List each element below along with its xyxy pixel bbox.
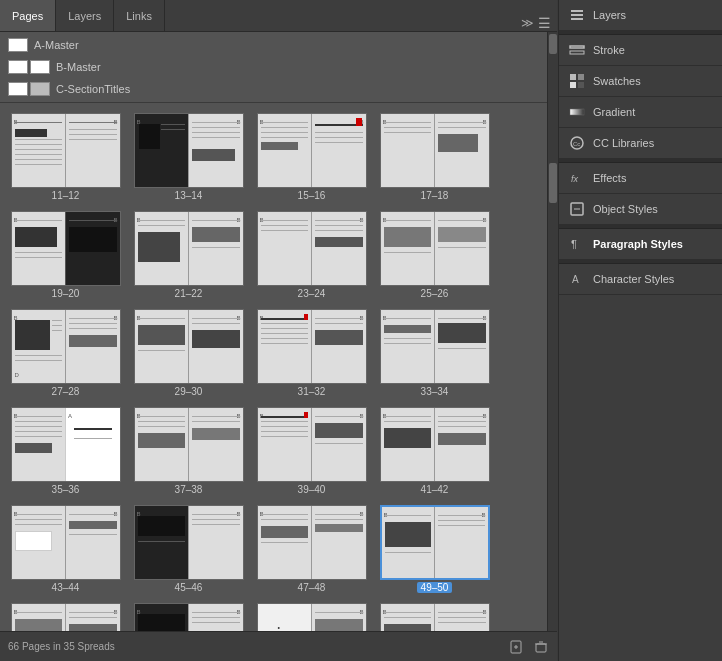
page-spread-25-26[interactable]: B B	[377, 211, 492, 299]
svg-rect-10	[570, 51, 584, 54]
page-spread-43-44[interactable]: B B	[8, 505, 123, 593]
cc-libraries-icon: Cc	[569, 135, 585, 151]
svg-text:¶: ¶	[571, 238, 577, 250]
tabs-bar: Pages Layers Links ≫ ☰	[0, 0, 557, 32]
master-a-thumb	[8, 38, 28, 52]
panel-item-character-styles[interactable]: A Character Styles	[559, 264, 722, 295]
page-spread-41-42[interactable]: B B	[377, 407, 492, 495]
panel-item-swatches[interactable]: Swatches	[559, 66, 722, 97]
svg-rect-14	[578, 82, 584, 88]
page-spread-39-40[interactable]: B B	[254, 407, 369, 495]
panel-item-object-styles[interactable]: Object Styles	[559, 194, 722, 225]
gradient-label: Gradient	[593, 106, 635, 118]
page-spread-33-34[interactable]: B B	[377, 309, 492, 397]
pages-scrollbar[interactable]	[547, 103, 557, 631]
panel-item-effects[interactable]: fx Effects	[559, 163, 722, 194]
page-spread-47-48[interactable]: B B	[254, 505, 369, 593]
page-spread-51-52[interactable]: B B	[8, 603, 123, 631]
object-styles-label: Object Styles	[593, 203, 658, 215]
page-spread-19-20[interactable]: B B	[8, 211, 123, 299]
pages-grid: B B	[4, 109, 543, 631]
paragraph-styles-label: Paragraph Styles	[593, 238, 683, 250]
page-spread-27-28[interactable]: B D B	[8, 309, 123, 397]
panel-item-cc-libraries[interactable]: Cc CC Libraries	[559, 128, 722, 159]
tab-pages[interactable]: Pages	[0, 0, 56, 31]
master-b[interactable]: B-Master	[8, 58, 539, 76]
tab-links[interactable]: Links	[114, 0, 165, 31]
svg-rect-7	[571, 14, 583, 16]
page-spread-35-36[interactable]: B A	[8, 407, 123, 495]
page-spread-53-54[interactable]: B B 53–54	[131, 603, 246, 631]
page-spread-31-32[interactable]: B B	[254, 309, 369, 397]
gradient-icon	[569, 104, 585, 120]
page-spread-17-18[interactable]: B B	[377, 113, 492, 201]
pages-scroll-area[interactable]: B B	[0, 103, 547, 631]
layers-icon	[569, 7, 585, 23]
svg-text:A: A	[572, 274, 579, 285]
panel-item-paragraph-styles[interactable]: ¶ Paragraph Styles	[559, 229, 722, 260]
page-spread-23-24[interactable]: B B	[254, 211, 369, 299]
svg-rect-3	[536, 644, 546, 652]
object-styles-icon	[569, 201, 585, 217]
svg-rect-12	[578, 74, 584, 80]
masters-scrollbar[interactable]	[547, 32, 557, 103]
master-c[interactable]: C-SectionTitles	[8, 80, 539, 98]
tab-layers[interactable]: Layers	[56, 0, 114, 31]
svg-rect-9	[570, 46, 584, 48]
page-spread-55-56[interactable]: • B 55–56	[254, 603, 369, 631]
left-panel: Pages Layers Links ≫ ☰ A-Master	[0, 0, 558, 661]
stroke-label: Stroke	[593, 44, 625, 56]
page-count-label: 66 Pages in 35 Spreads	[8, 641, 115, 652]
panel-menu-icon[interactable]: ☰	[538, 15, 551, 31]
swatches-label: Swatches	[593, 75, 641, 87]
page-spread-37-38[interactable]: B B	[131, 407, 246, 495]
svg-rect-15	[570, 109, 584, 115]
svg-rect-8	[571, 18, 583, 20]
svg-rect-6	[571, 10, 583, 12]
page-spread-45-46[interactable]: B B 45–46	[131, 505, 246, 593]
footer-icons	[509, 639, 549, 655]
right-panel: Layers Stroke Swatch	[558, 0, 722, 661]
character-styles-label: Character Styles	[593, 273, 674, 285]
cc-libraries-label: CC Libraries	[593, 137, 654, 149]
svg-rect-11	[570, 74, 576, 80]
masters-section: A-Master B-Master C-SectionTitles	[0, 32, 547, 103]
svg-text:Cc: Cc	[573, 141, 580, 147]
page-spread-13-14[interactable]: B B	[131, 113, 246, 201]
master-c-thumb	[8, 82, 50, 96]
svg-rect-13	[570, 82, 576, 88]
stroke-icon	[569, 42, 585, 58]
swatches-icon	[569, 73, 585, 89]
master-b-thumb	[8, 60, 50, 74]
paragraph-styles-icon: ¶	[569, 236, 585, 252]
svg-text:fx: fx	[571, 174, 579, 184]
page-spread-49-50[interactable]: B B	[377, 505, 492, 593]
new-page-icon[interactable]	[509, 639, 525, 655]
layers-label: Layers	[593, 9, 626, 21]
page-spread-15-16[interactable]: B B	[254, 113, 369, 201]
panel-item-gradient[interactable]: Gradient	[559, 97, 722, 128]
page-spread-21-22[interactable]: B B	[131, 211, 246, 299]
page-spread-57-58[interactable]: B B	[377, 603, 492, 631]
page-spread-11-12[interactable]: B B	[8, 113, 123, 201]
right-panel-scroll[interactable]: Layers Stroke Swatch	[559, 0, 722, 661]
panel-item-layers[interactable]: Layers	[559, 0, 722, 31]
panel-footer: 66 Pages in 35 Spreads	[0, 631, 557, 661]
tab-overflow: ≫ ☰	[515, 15, 557, 31]
panel-item-stroke[interactable]: Stroke	[559, 35, 722, 66]
overflow-arrows-icon[interactable]: ≫	[521, 16, 534, 30]
delete-page-icon[interactable]	[533, 639, 549, 655]
effects-icon: fx	[569, 170, 585, 186]
effects-label: Effects	[593, 172, 626, 184]
page-spread-29-30[interactable]: B B	[131, 309, 246, 397]
character-styles-icon: A	[569, 271, 585, 287]
master-a[interactable]: A-Master	[8, 36, 539, 54]
